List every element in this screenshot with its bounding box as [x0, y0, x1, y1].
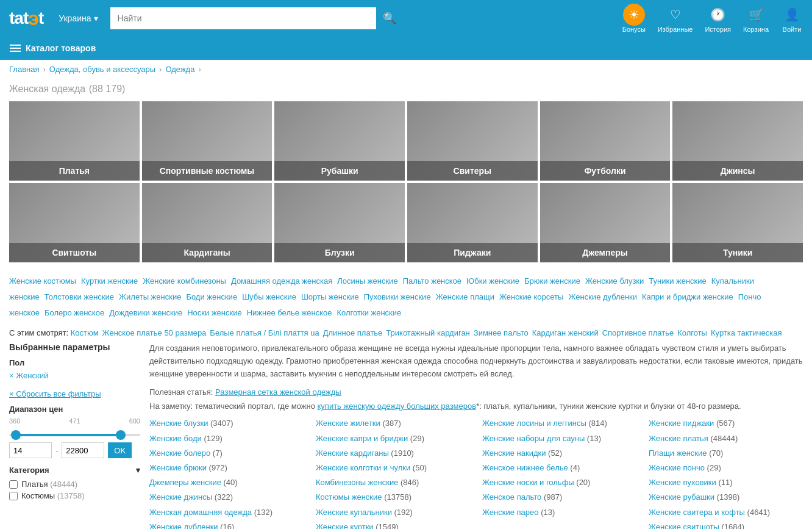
- category-platya[interactable]: Платья: [9, 101, 140, 181]
- tag-19[interactable]: Женские дубленки: [568, 292, 637, 301]
- tag-6[interactable]: Юбки женские: [466, 276, 519, 286]
- tag-25[interactable]: Нижнее белье женское: [247, 308, 332, 317]
- also-tag-4[interactable]: Трикотажный кардиган: [386, 328, 469, 337]
- category-kardigan[interactable]: Кардиганы: [142, 183, 272, 262]
- note-link[interactable]: купить женскую одежду больших размеров: [318, 401, 477, 411]
- also-tag-8[interactable]: Колготы: [677, 328, 707, 337]
- tag-18[interactable]: Женские корсеты: [499, 292, 563, 301]
- category-filter-title[interactable]: Категория ▾: [9, 466, 140, 475]
- tag-11[interactable]: Толстовки женские: [45, 292, 114, 301]
- product-link-3-2[interactable]: Плащи женские (70): [649, 448, 803, 459]
- product-link-2-2[interactable]: Женские накидки (52): [482, 448, 636, 459]
- product-link-3-3[interactable]: Женские пончо (29): [649, 462, 803, 473]
- category-svitsho[interactable]: Свитшоты: [9, 183, 140, 262]
- category-rubashki[interactable]: Рубашки: [274, 101, 405, 181]
- product-link-0-5[interactable]: Женские джинсы (322): [149, 492, 304, 503]
- product-link-2-3[interactable]: Женское нижнее белье (4): [482, 462, 636, 473]
- price-slider-thumb-left[interactable]: [11, 430, 21, 440]
- login-btn[interactable]: 👤 Войти: [781, 4, 803, 33]
- bonuses-icon-btn[interactable]: ☀ Бонусы: [622, 4, 646, 33]
- country-selector[interactable]: Украина ▾: [59, 13, 98, 23]
- category-platya-checkbox[interactable]: [9, 480, 18, 489]
- category-kostyumy-checkbox[interactable]: [9, 492, 18, 500]
- tag-13[interactable]: Боди женские: [186, 292, 237, 301]
- tag-26[interactable]: Колготки женские: [337, 308, 402, 317]
- also-tag-1[interactable]: Женское платье 50 размера: [102, 328, 207, 337]
- product-link-2-4[interactable]: Женские носки и гольфы (20): [482, 477, 636, 488]
- tag-23[interactable]: Дождевики женские: [109, 308, 182, 317]
- price-slider-track[interactable]: [9, 434, 140, 436]
- product-link-2-1[interactable]: Женские наборы для сауны (13): [482, 433, 636, 444]
- tag-9[interactable]: Туники женские: [649, 276, 707, 286]
- product-link-1-0[interactable]: Женские жилетки (387): [316, 418, 470, 429]
- product-link-1-1[interactable]: Женские капри и бриджи (29): [316, 433, 470, 444]
- price-ok-button[interactable]: OK: [108, 442, 132, 458]
- also-tag-9[interactable]: Куртка тактическая: [711, 328, 782, 337]
- tag-3[interactable]: Домашняя одежда женская: [231, 276, 332, 286]
- product-link-3-5[interactable]: Женские рубашки (1398): [649, 492, 803, 503]
- product-link-0-3[interactable]: Женские брюки (972): [149, 462, 304, 473]
- tag-20[interactable]: Капри и бриджи женские: [642, 292, 733, 301]
- breadcrumb-home[interactable]: Главная: [9, 65, 39, 74]
- product-link-0-2[interactable]: Женские болеро (7): [149, 448, 304, 459]
- search-button[interactable]: 🔍: [376, 7, 403, 29]
- also-tag-7[interactable]: Спортивное платье: [602, 328, 674, 337]
- useful-article-link[interactable]: Размерная сетка женской одежды: [215, 387, 341, 397]
- tag-5[interactable]: Пальто женское: [403, 276, 461, 286]
- category-dzhinsy[interactable]: Джинсы: [672, 101, 803, 181]
- breadcrumb-clothing[interactable]: Одежда, обувь и аксессуары: [49, 65, 155, 74]
- product-link-2-0[interactable]: Женские лосины и леггинсы (814): [482, 418, 636, 429]
- also-tag-2[interactable]: Белые платья / Білі плаття ua: [210, 328, 319, 337]
- product-link-0-0[interactable]: Женские блузки (3407): [149, 418, 304, 429]
- cart-btn[interactable]: 🛒 Корзина: [743, 4, 769, 33]
- tag-2[interactable]: Женские комбинезоны: [143, 276, 226, 286]
- tag-4[interactable]: Лосины женские: [337, 276, 397, 286]
- favorites-btn[interactable]: ♡ Избранные: [658, 4, 693, 33]
- tag-7[interactable]: Брюки женские: [524, 276, 580, 286]
- breadcrumb-current[interactable]: Одежда: [165, 65, 194, 74]
- tag-17[interactable]: Женские плащи: [436, 292, 494, 301]
- tag-16[interactable]: Пуховики женские: [364, 292, 431, 301]
- logo[interactable]: tat э t: [9, 7, 43, 30]
- product-link-3-4[interactable]: Женские пуховики (11): [649, 477, 803, 488]
- category-bluzki[interactable]: Блузки: [274, 183, 405, 262]
- price-min-input[interactable]: [9, 442, 52, 458]
- tag-15[interactable]: Шорты женские: [301, 292, 359, 301]
- gender-remove-icon[interactable]: × Женский: [9, 371, 48, 380]
- product-link-3-6[interactable]: Женские свитера и кофты (4641): [649, 507, 803, 518]
- category-futbolki[interactable]: Футболки: [540, 101, 671, 181]
- tag-22[interactable]: Болеро женское: [45, 308, 104, 317]
- also-tag-0[interactable]: Костюм: [71, 328, 99, 337]
- product-link-0-1[interactable]: Женские боди (129): [149, 433, 304, 444]
- category-sport[interactable]: Спортивные костюмы: [142, 101, 272, 181]
- product-link-1-6[interactable]: Женские купальники (192): [316, 507, 470, 518]
- tag-1[interactable]: Куртки женские: [81, 276, 138, 286]
- price-max-input[interactable]: [62, 442, 104, 458]
- product-link-1-2[interactable]: Женские кардиганы (1910): [316, 448, 470, 459]
- product-link-1-7[interactable]: Женские куртки (1549): [316, 522, 470, 529]
- tag-8[interactable]: Женские блузки: [585, 276, 644, 286]
- product-link-3-7[interactable]: Женские свитшоты (1684): [649, 522, 803, 529]
- tag-0[interactable]: Женские костюмы: [9, 276, 76, 286]
- product-link-1-4[interactable]: Комбинезоны женские (846): [316, 477, 470, 488]
- category-pidzhaki[interactable]: Пиджаки: [407, 183, 538, 262]
- product-link-0-7[interactable]: Женские дубленки (16): [149, 522, 304, 529]
- product-link-1-3[interactable]: Женские колготки и чулки (50): [316, 462, 470, 473]
- also-tag-6[interactable]: Кардиган женский: [532, 328, 599, 337]
- catalog-button[interactable]: Каталог товаров: [0, 37, 105, 60]
- category-dzhempery[interactable]: Джемперы: [540, 183, 671, 262]
- product-link-0-4[interactable]: Джемперы женские (40): [149, 477, 304, 488]
- tag-12[interactable]: Жилеты женские: [119, 292, 181, 301]
- product-link-1-5[interactable]: Костюмы женские (13758): [316, 492, 470, 503]
- also-tag-3[interactable]: Длинное платье: [323, 328, 383, 337]
- reset-filters-btn[interactable]: × Сбросить все фильтры: [9, 389, 140, 398]
- also-tag-5[interactable]: Зимнее пальто: [474, 328, 529, 337]
- price-slider-thumb-right[interactable]: [116, 430, 126, 440]
- category-tuniki[interactable]: Туники: [672, 183, 803, 262]
- category-svitery[interactable]: Свитеры: [407, 101, 538, 181]
- product-link-3-1[interactable]: Женские платья (48444): [649, 433, 803, 444]
- history-btn[interactable]: 🕐 История: [705, 4, 731, 33]
- product-link-2-5[interactable]: Женское пальто (987): [482, 492, 636, 503]
- product-link-2-6[interactable]: Женские парео (13): [482, 507, 636, 518]
- search-input[interactable]: [110, 7, 376, 29]
